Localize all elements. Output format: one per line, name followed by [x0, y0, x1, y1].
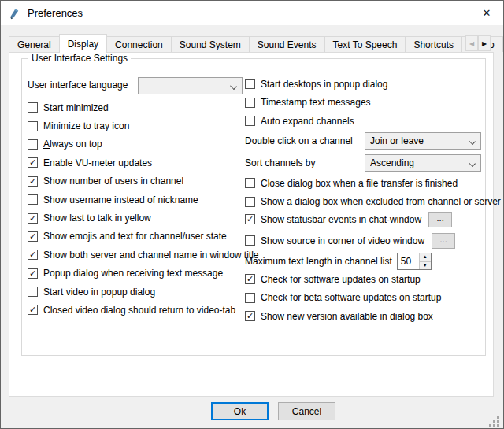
checkbox[interactable] [28, 121, 38, 131]
double-click-label: Double click on a channel [245, 135, 353, 146]
tab-general[interactable]: General [9, 36, 60, 52]
checkbox-show-new-version-dialog[interactable]: ✓Show new version available in dialog bo… [245, 307, 441, 326]
checkbox-show-number-of-users[interactable]: ✓Show number of users in channel [28, 172, 259, 190]
checkbox-label: Show emojis and text for channel/user st… [43, 231, 227, 242]
checkbox-label: Enable VU-meter updates [43, 157, 152, 168]
spinner-up-icon[interactable]: ▲ [420, 253, 431, 262]
preferences-dialog: Preferences ✕ General Display Connection… [0, 0, 504, 429]
checkbox-auto-expand-channels[interactable]: Auto expand channels [245, 112, 387, 131]
sort-channels-select-value: Ascending [370, 157, 469, 168]
checkbox-label: Show source in corner of video window [261, 235, 424, 246]
tab-label: Sound Events [258, 39, 317, 50]
display-tab-page: User Interface Settings User interface l… [9, 52, 494, 397]
checkbox-label: Check for software updates on startup [261, 274, 421, 285]
checkbox-enable-vu-meter-updates[interactable]: ✓Enable VU-meter updates [28, 153, 259, 172]
cancel-button[interactable]: Cancel [278, 402, 335, 420]
checkbox-label: Show username instead of nickname [43, 194, 198, 205]
checkbox-label: Always on top [43, 139, 102, 150]
checkbox[interactable]: ✓ [28, 157, 38, 168]
statusbar-events-more-button[interactable]: ... [428, 212, 452, 227]
checkbox[interactable] [245, 293, 255, 303]
max-text-length-value[interactable]: 50 [398, 253, 419, 269]
app-icon [8, 7, 20, 20]
sort-channels-label: Sort channels by [245, 157, 315, 168]
checkbox-start-desktops-popup[interactable]: Start desktops in popup dialog [245, 75, 387, 94]
user-interface-settings-group: User Interface Settings User interface l… [21, 58, 486, 356]
max-text-length-spinner[interactable]: 50 ▲ ▼ [397, 253, 432, 270]
checkbox[interactable]: ✓ [28, 250, 38, 260]
checkbox-popup-dialog-text-message[interactable]: ✓Popup dialog when receiving text messag… [28, 264, 259, 283]
right-checkbox-column-mid: Close dialog box when a file transfer is… [245, 174, 501, 211]
checkbox-closed-video-return-tab[interactable]: ✓Closed video dialog should return to vi… [28, 301, 259, 319]
checkbox[interactable] [245, 98, 255, 108]
spinner-down-icon[interactable]: ▼ [420, 262, 431, 270]
checkbox-start-minimized[interactable]: Start minimized [28, 98, 259, 116]
checkbox-label: Show a dialog box when excluded from cha… [261, 196, 501, 207]
checkbox-show-username-instead-nickname[interactable]: Show username instead of nickname [28, 190, 259, 209]
checkbox-check-software-updates[interactable]: ✓Check for software updates on startup [245, 270, 441, 289]
right-select-rows: Double click on a channel Join or leave … [245, 130, 481, 174]
tab-label: Sound System [180, 39, 241, 50]
close-icon[interactable]: ✕ [470, 1, 503, 25]
tab-shortcuts[interactable]: Shortcuts [405, 36, 462, 52]
tab-scroll-left-icon[interactable]: ◀ [465, 35, 478, 51]
checkbox[interactable] [245, 116, 255, 126]
checkbox-label: Close dialog box when a file transfer is… [261, 178, 458, 189]
checkbox-label: Closed video dialog should return to vid… [43, 305, 235, 316]
checkbox-show-server-channel-in-title[interactable]: ✓Show both server and channel name in wi… [28, 246, 259, 264]
checkbox-label: Minimize to tray icon [43, 120, 129, 131]
checkbox[interactable]: ✓ [245, 311, 255, 321]
language-select[interactable] [138, 77, 243, 94]
checkbox[interactable] [245, 197, 255, 207]
checkbox[interactable] [245, 235, 255, 246]
ok-button-label: Ok [234, 406, 246, 417]
checkbox[interactable]: ✓ [245, 274, 255, 284]
checkbox-show-source-video-window[interactable]: Show source in corner of video window ..… [245, 230, 455, 251]
tab-sound-system[interactable]: Sound System [171, 36, 250, 52]
checkbox-close-dialog-file-transfer[interactable]: Close dialog box when a file transfer is… [245, 174, 501, 193]
tab-bar: General Display Connection Sound System … [9, 35, 494, 52]
checkbox[interactable]: ✓ [28, 305, 38, 315]
checkbox-minimize-to-tray-icon[interactable]: Minimize to tray icon [28, 116, 259, 135]
checkbox-label: Start minimized [43, 102, 109, 113]
checkbox[interactable] [245, 79, 255, 89]
checkbox[interactable]: ✓ [245, 214, 255, 224]
video-source-more-button[interactable]: ... [432, 233, 455, 249]
checkbox[interactable]: ✓ [28, 213, 38, 224]
resize-grip[interactable] [489, 424, 491, 427]
checkbox-timestamp-text-messages[interactable]: Timestamp text messages [245, 94, 387, 113]
tab-label: Text To Speech [333, 39, 398, 50]
tab-label: Connection [115, 39, 163, 50]
checkbox-show-emojis-text-state[interactable]: ✓Show emojis and text for channel/user s… [28, 227, 259, 246]
tab-connection[interactable]: Connection [106, 36, 172, 52]
checkbox-label: Start video in popup dialog [43, 287, 155, 298]
tab-sound-events[interactable]: Sound Events [249, 36, 325, 52]
tab-text-to-speech[interactable]: Text To Speech [324, 36, 406, 52]
ok-button[interactable]: Ok [211, 402, 269, 420]
checkbox-show-statusbar-events[interactable]: ✓ Show statusbar events in chat-window .… [245, 209, 455, 230]
checkbox[interactable] [28, 139, 38, 150]
checkbox-label: Start desktops in popup dialog [261, 79, 387, 90]
tab-scroll-right-icon[interactable]: ▶ [478, 35, 491, 51]
tab-label: Display [68, 39, 98, 50]
title-bar: Preferences ✕ [1, 1, 503, 25]
sort-channels-row: Sort channels by Ascending [245, 152, 481, 174]
checkbox[interactable] [28, 102, 38, 113]
double-click-select[interactable]: Join or leave [365, 132, 481, 150]
checkbox-show-last-to-talk-yellow[interactable]: ✓Show last to talk in yellow [28, 209, 259, 227]
checkbox-start-video-popup[interactable]: Start video in popup dialog [28, 283, 259, 301]
checkbox[interactable] [28, 287, 38, 297]
checkbox[interactable] [28, 194, 38, 205]
sort-channels-select[interactable]: Ascending [365, 154, 481, 172]
tab-display[interactable]: Display [59, 34, 107, 53]
checkbox[interactable]: ✓ [28, 176, 38, 187]
language-label: User interface language [28, 80, 128, 91]
checkbox[interactable]: ✓ [28, 231, 38, 242]
checkbox-always-on-top[interactable]: Always on top [28, 135, 259, 153]
right-ellipsis-rows: ✓ Show statusbar events in chat-window .… [245, 209, 455, 251]
checkbox[interactable]: ✓ [28, 268, 38, 279]
checkbox[interactable] [245, 178, 255, 188]
checkbox-label: Timestamp text messages [261, 97, 371, 108]
checkbox-check-beta-updates[interactable]: Check for beta software updates on start… [245, 289, 441, 308]
double-click-select-value: Join or leave [370, 135, 469, 146]
